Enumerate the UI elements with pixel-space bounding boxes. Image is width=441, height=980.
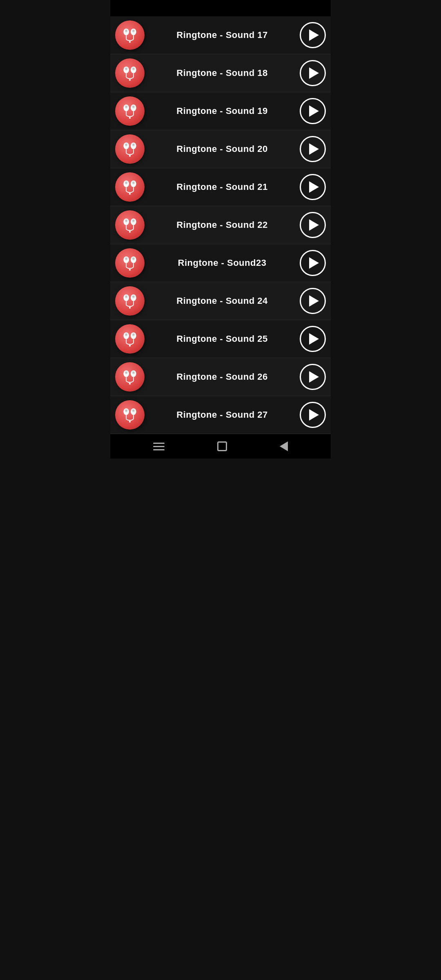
list-item[interactable]: Ringtone - Sound 18 xyxy=(110,54,331,92)
svg-point-98 xyxy=(129,421,131,423)
play-triangle-icon xyxy=(309,181,319,193)
svg-point-44 xyxy=(129,193,131,195)
play-button[interactable] xyxy=(300,174,326,200)
play-button[interactable] xyxy=(300,136,326,162)
svg-point-56 xyxy=(125,258,127,260)
list-item[interactable]: Ringtone - Sound 20 xyxy=(110,130,331,168)
list-item[interactable]: Ringtone - Sound23 xyxy=(110,244,331,282)
svg-point-65 xyxy=(125,296,127,298)
ringtone-label: Ringtone - Sound 20 xyxy=(145,144,300,154)
ringtone-label: Ringtone - Sound 17 xyxy=(145,30,300,40)
svg-point-80 xyxy=(129,345,131,347)
play-button[interactable] xyxy=(300,288,326,314)
svg-point-38 xyxy=(125,182,127,184)
play-triangle-icon xyxy=(309,143,319,155)
ringtone-label: Ringtone - Sound23 xyxy=(145,258,300,268)
svg-point-29 xyxy=(125,144,127,146)
svg-point-53 xyxy=(129,231,131,233)
ringtone-label: Ringtone - Sound 24 xyxy=(145,296,300,306)
earbud-icon xyxy=(115,324,145,354)
svg-point-20 xyxy=(125,106,127,108)
play-triangle-icon xyxy=(309,257,319,269)
earbud-icon xyxy=(115,210,145,240)
play-triangle-icon xyxy=(309,219,319,231)
play-button[interactable] xyxy=(300,326,326,352)
play-triangle-icon xyxy=(309,67,319,79)
earbud-icon xyxy=(115,248,145,278)
menu-button[interactable] xyxy=(153,443,165,450)
back-button[interactable] xyxy=(280,441,288,451)
earbud-icon xyxy=(115,362,145,392)
earbud-icon xyxy=(115,134,145,164)
earbud-icon xyxy=(115,286,145,316)
earbud-icon xyxy=(115,96,145,126)
play-button[interactable] xyxy=(300,212,326,238)
svg-point-8 xyxy=(129,41,131,43)
list-item[interactable]: Ringtone - Sound 19 xyxy=(110,92,331,130)
list-item[interactable]: Ringtone - Sound 26 xyxy=(110,358,331,396)
svg-point-89 xyxy=(129,383,131,385)
svg-point-92 xyxy=(125,410,127,412)
svg-point-15 xyxy=(133,68,134,70)
ringtone-label: Ringtone - Sound 26 xyxy=(145,372,300,382)
play-button[interactable] xyxy=(300,22,326,48)
earbud-icon xyxy=(115,400,145,430)
earbud-icon xyxy=(115,20,145,50)
play-button[interactable] xyxy=(300,250,326,276)
svg-point-60 xyxy=(133,258,134,260)
svg-point-51 xyxy=(133,220,134,222)
list-item[interactable]: Ringtone - Sound 17 xyxy=(110,16,331,54)
svg-point-2 xyxy=(125,30,127,32)
play-button[interactable] xyxy=(300,364,326,390)
play-button[interactable] xyxy=(300,402,326,428)
list-item[interactable]: Ringtone - Sound 24 xyxy=(110,282,331,320)
svg-point-71 xyxy=(129,307,131,309)
svg-point-17 xyxy=(129,79,131,81)
earbud-icon xyxy=(115,58,145,88)
svg-point-26 xyxy=(129,117,131,119)
svg-point-33 xyxy=(133,144,134,146)
ringtone-label: Ringtone - Sound 21 xyxy=(145,182,300,192)
play-triangle-icon xyxy=(309,295,319,307)
ringtone-label: Ringtone - Sound 22 xyxy=(145,220,300,230)
svg-point-62 xyxy=(129,269,131,271)
home-button[interactable] xyxy=(217,441,227,451)
svg-point-6 xyxy=(133,30,134,32)
play-triangle-icon xyxy=(309,29,319,41)
svg-point-83 xyxy=(125,372,127,374)
svg-point-47 xyxy=(125,220,127,222)
svg-point-78 xyxy=(133,334,134,336)
ringtone-label: Ringtone - Sound 18 xyxy=(145,68,300,78)
play-triangle-icon xyxy=(309,105,319,117)
svg-point-96 xyxy=(133,410,134,412)
svg-point-69 xyxy=(133,296,134,298)
svg-point-11 xyxy=(125,68,127,70)
play-button[interactable] xyxy=(300,60,326,86)
svg-point-87 xyxy=(133,372,134,374)
svg-point-42 xyxy=(133,182,134,184)
list-container: Ringtone - Sound 17 Ringtone - Sound 18 xyxy=(110,16,331,434)
list-item[interactable]: Ringtone - Sound 27 xyxy=(110,396,331,434)
list-item[interactable]: Ringtone - Sound 25 xyxy=(110,320,331,358)
list-item[interactable]: Ringtone - Sound 22 xyxy=(110,206,331,244)
ringtone-label: Ringtone - Sound 27 xyxy=(145,410,300,420)
list-item[interactable]: Ringtone - Sound 21 xyxy=(110,168,331,206)
play-triangle-icon xyxy=(309,371,319,383)
top-bar xyxy=(110,0,331,16)
play-triangle-icon xyxy=(309,333,319,345)
earbud-icon xyxy=(115,172,145,202)
svg-point-35 xyxy=(129,155,131,157)
play-button[interactable] xyxy=(300,98,326,124)
bottom-nav xyxy=(110,434,331,459)
ringtone-label: Ringtone - Sound 25 xyxy=(145,334,300,344)
svg-point-24 xyxy=(133,106,134,108)
ringtone-label: Ringtone - Sound 19 xyxy=(145,106,300,116)
svg-point-74 xyxy=(125,334,127,336)
play-triangle-icon xyxy=(309,409,319,421)
